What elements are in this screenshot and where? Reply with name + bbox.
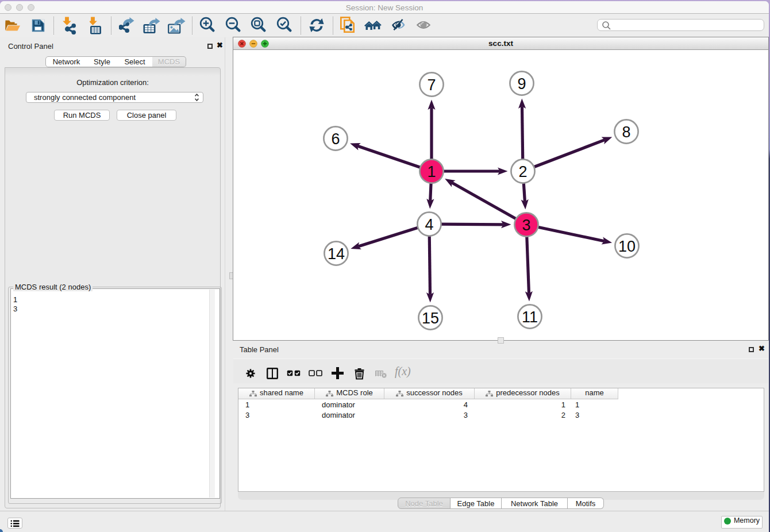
svg-text:11: 11 <box>522 309 538 326</box>
svg-text:15: 15 <box>422 310 439 327</box>
svg-text:9: 9 <box>517 75 526 92</box>
svg-text:6: 6 <box>331 130 340 148</box>
svg-text:8: 8 <box>622 124 630 141</box>
svg-text:2: 2 <box>518 163 527 180</box>
svg-text:1: 1 <box>427 163 436 180</box>
svg-text:f(x): f(x) <box>395 366 411 378</box>
svg-text:14: 14 <box>328 245 345 263</box>
svg-text:7: 7 <box>427 76 436 94</box>
svg-text:10: 10 <box>618 238 636 255</box>
svg-text:3: 3 <box>522 217 530 234</box>
svg-text:4: 4 <box>425 216 433 233</box>
